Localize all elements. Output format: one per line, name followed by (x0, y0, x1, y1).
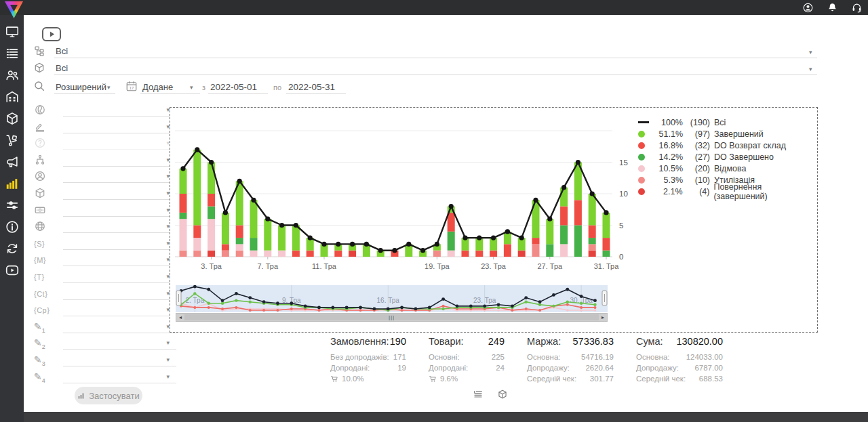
sidebar-item-orders-list-icon[interactable] (5, 46, 20, 61)
legend-count: (27) (688, 152, 710, 162)
dropdown-caret-icon[interactable]: ▾ (166, 339, 170, 346)
orders-chart[interactable]: 0510153. Тра7. Тра11. Тра19. Тра23. Тра2… (175, 112, 636, 282)
stat-column: Сума:130820.00Основна:124033.00Допродажу… (636, 336, 723, 384)
pencil-1-icon: ✎1 (34, 321, 45, 332)
legend-item[interactable]: 2.1%(4)Повернення (завершений) (638, 186, 817, 197)
side-filter-row[interactable]: {T}▾ (33, 270, 176, 284)
app-logo-icon[interactable] (5, 1, 23, 18)
legend-item[interactable]: 16.8%(32)DO Возврат склад (638, 140, 817, 151)
side-filter-row[interactable]: ▾ (33, 169, 176, 184)
legend-dot-swatch (638, 177, 645, 184)
apply-button[interactable]: Застосувати (75, 387, 142, 404)
sidebar-item-products-cube-icon[interactable] (5, 111, 20, 126)
stat-sub-row: Без допродажів:171 (330, 352, 406, 362)
play-icon (43, 28, 60, 40)
stat-sub-row: Допродані:19 (330, 362, 406, 373)
sidebar-item-settings-sliders-icon[interactable] (5, 198, 20, 213)
legend-label: Всі (714, 118, 726, 127)
sidebar-item-warehouse-icon[interactable] (5, 89, 20, 104)
stat-sub-row: Допродажу:2620.64 (527, 362, 614, 373)
stat-value: 57336.83 (573, 336, 614, 347)
sidebar-item-clients-icon[interactable] (5, 68, 20, 83)
svg-text:15: 15 (619, 159, 628, 167)
svg-text:23. Тра: 23. Тра (473, 297, 496, 304)
svg-text:31. Тра: 31. Тра (594, 262, 620, 270)
bell-icon[interactable] (827, 2, 838, 14)
legend-percent: 10.5% (653, 164, 683, 173)
video-help-button[interactable] (42, 27, 61, 41)
token-cp-icon: {Cp} (34, 306, 50, 314)
legend-dot-swatch (638, 131, 645, 138)
svg-text:3. Тра: 3. Тра (201, 262, 222, 270)
clients-icon (5, 68, 20, 83)
sidebar-item-marketing-megaphone-icon[interactable] (5, 154, 20, 169)
side-filter-row[interactable]: ✎4▾ (33, 370, 176, 385)
svg-text:17: 17 (130, 86, 134, 90)
side-filter-row[interactable]: ▾ (33, 219, 176, 234)
topbar (0, 0, 868, 15)
chart-legend: 100%(190)Всі51.1%(97)Завершений16.8%(32)… (638, 117, 817, 197)
token-m-icon: {M} (34, 256, 46, 264)
side-filter-row[interactable]: {S}▾ (33, 236, 176, 251)
svg-text:7. Тра: 7. Тра (258, 262, 279, 270)
side-filter-row[interactable]: {Cp}▾ (33, 303, 176, 318)
scroll-left-icon[interactable]: ◂ (176, 314, 184, 321)
stat-title: Товари: (429, 336, 464, 347)
scroll-right-icon[interactable]: ▸ (599, 314, 607, 321)
footer-bar (24, 412, 868, 422)
report-panel: 0510153. Тра7. Тра11. Тра19. Тра23. Тра2… (170, 107, 818, 333)
navigator-scrollbar[interactable]: ◂ ||| ▸ (176, 313, 608, 322)
sidebar-item-video-tutorials-icon[interactable] (5, 263, 20, 278)
legend-count: (97) (688, 129, 710, 139)
category-caret-icon[interactable]: ▾ (809, 49, 812, 56)
side-filter-row[interactable]: {Ct}▾ (33, 287, 176, 301)
product-box-icon (33, 62, 45, 74)
products-toggle-icon[interactable] (497, 389, 508, 400)
date-to-label: по (273, 83, 281, 91)
user-icon[interactable] (802, 2, 814, 14)
legend-item[interactable]: 10.5%(20)Відмова (638, 163, 817, 174)
stat-value: 190 (390, 336, 406, 347)
legend-percent: 51.1% (653, 129, 683, 139)
legend-item[interactable]: 100%(190)Всі (638, 117, 817, 128)
side-filter-row[interactable]: ▾ (33, 136, 176, 151)
legend-percent: 5.3% (653, 175, 683, 185)
stat-column: Замовлення:190Без допродажів:171Допродан… (330, 336, 406, 384)
legend-percent: 2.1% (653, 187, 683, 196)
legend-item[interactable]: 51.1%(97)Завершений (638, 128, 817, 140)
legend-item[interactable]: 14.2%(27)DO Завершено (638, 151, 817, 163)
sidebar-item-purchases-trolley-icon[interactable] (5, 133, 20, 148)
side-filter-row[interactable]: ✎3▾ (33, 353, 176, 368)
svg-text:10: 10 (619, 190, 628, 198)
sidebar-item-statistics-bars-icon[interactable] (5, 176, 20, 191)
dropdown-caret-icon[interactable]: ▾ (166, 373, 170, 380)
chart-navigator[interactable]: 2. Тра9. Тра16. Тра23. Тра30. Тра (176, 285, 608, 312)
headset-icon[interactable] (851, 2, 863, 14)
orders-list-toggle-icon[interactable] (473, 389, 484, 400)
side-filter-row[interactable]: ▾ (33, 203, 176, 218)
product-caret-icon[interactable]: ▾ (809, 66, 812, 72)
svg-text:11. Тра: 11. Тра (312, 262, 337, 270)
side-filter-row[interactable]: ✎1▾ (33, 320, 176, 335)
side-filter-row[interactable]: {M}▾ (33, 253, 176, 268)
legend-percent: 100% (653, 118, 683, 127)
token-ct-icon: {Ct} (34, 290, 47, 298)
stat-sub-row: Допродажу:6787.00 (636, 362, 723, 373)
legend-percent: 14.2% (653, 152, 683, 162)
side-filter-row[interactable]: ▾ (33, 103, 176, 118)
side-filter-row[interactable]: ▾ (33, 186, 176, 201)
sidebar-item-desktop-icon[interactable] (5, 24, 20, 39)
dropdown-caret-icon[interactable]: ▾ (166, 356, 170, 363)
side-filter-row[interactable]: ▾ (33, 120, 176, 135)
scrollbar-grip[interactable]: ||| (389, 314, 395, 321)
calendar-icon: 17 (125, 80, 138, 92)
sidebar-item-info-icon[interactable] (5, 219, 20, 234)
side-filter-row[interactable]: ▾ (33, 153, 176, 168)
stat-sub-row: Середній чек:688.53 (636, 373, 723, 384)
legend-label: DO Завершено (714, 152, 774, 162)
pencil-2-icon: ✎2 (34, 337, 45, 348)
legend-count: (4) (688, 187, 710, 196)
side-filter-row[interactable]: ✎2▾ (33, 336, 176, 351)
sidebar-item-sync-icon[interactable] (5, 241, 20, 256)
products-cube-icon (5, 111, 20, 126)
